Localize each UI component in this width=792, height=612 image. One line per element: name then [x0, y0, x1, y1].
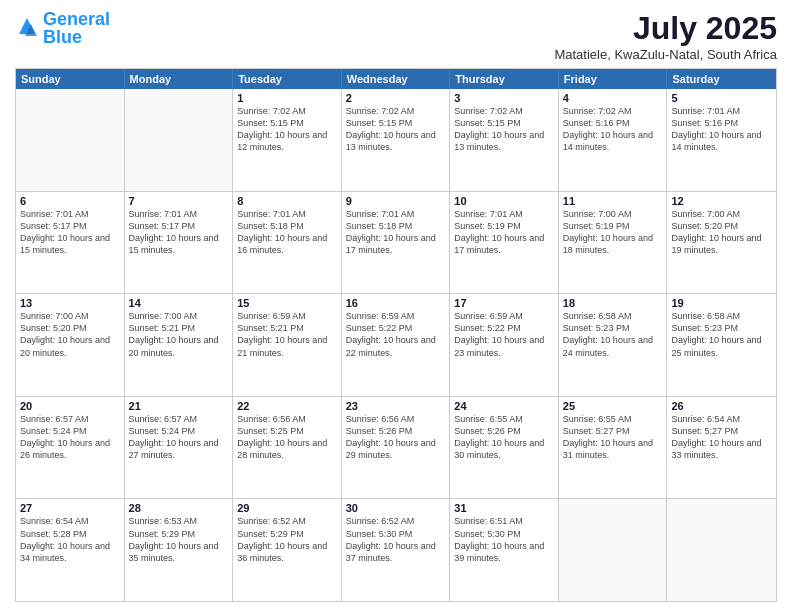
- logo: General Blue: [15, 10, 110, 46]
- day-number: 3: [454, 92, 554, 104]
- day-number: 19: [671, 297, 772, 309]
- header-cell-saturday: Saturday: [667, 69, 776, 89]
- day-detail: Sunrise: 7:00 AM Sunset: 5:20 PM Dayligh…: [671, 208, 772, 257]
- calendar-cell: 3Sunrise: 7:02 AM Sunset: 5:15 PM Daylig…: [450, 89, 559, 191]
- logo-text: General Blue: [43, 10, 110, 46]
- logo-icon: [15, 16, 39, 40]
- header: General Blue July 2025 Matatiele, KwaZul…: [15, 10, 777, 62]
- calendar-cell: 25Sunrise: 6:55 AM Sunset: 5:27 PM Dayli…: [559, 397, 668, 499]
- calendar-cell: 31Sunrise: 6:51 AM Sunset: 5:30 PM Dayli…: [450, 499, 559, 601]
- day-detail: Sunrise: 7:00 AM Sunset: 5:19 PM Dayligh…: [563, 208, 663, 257]
- calendar-cell: 29Sunrise: 6:52 AM Sunset: 5:29 PM Dayli…: [233, 499, 342, 601]
- calendar-cell: 19Sunrise: 6:58 AM Sunset: 5:23 PM Dayli…: [667, 294, 776, 396]
- day-detail: Sunrise: 6:56 AM Sunset: 5:26 PM Dayligh…: [346, 413, 446, 462]
- day-detail: Sunrise: 7:01 AM Sunset: 5:17 PM Dayligh…: [20, 208, 120, 257]
- day-number: 17: [454, 297, 554, 309]
- header-cell-sunday: Sunday: [16, 69, 125, 89]
- calendar-cell: [16, 89, 125, 191]
- day-detail: Sunrise: 6:59 AM Sunset: 5:21 PM Dayligh…: [237, 310, 337, 359]
- calendar-row: 1Sunrise: 7:02 AM Sunset: 5:15 PM Daylig…: [16, 89, 776, 192]
- calendar-cell: 15Sunrise: 6:59 AM Sunset: 5:21 PM Dayli…: [233, 294, 342, 396]
- day-number: 14: [129, 297, 229, 309]
- day-number: 13: [20, 297, 120, 309]
- calendar-cell: [559, 499, 668, 601]
- day-number: 9: [346, 195, 446, 207]
- day-number: 11: [563, 195, 663, 207]
- calendar-cell: 22Sunrise: 6:56 AM Sunset: 5:25 PM Dayli…: [233, 397, 342, 499]
- day-detail: Sunrise: 6:51 AM Sunset: 5:30 PM Dayligh…: [454, 515, 554, 564]
- calendar-header-row: SundayMondayTuesdayWednesdayThursdayFrid…: [16, 69, 776, 89]
- day-number: 7: [129, 195, 229, 207]
- header-cell-wednesday: Wednesday: [342, 69, 451, 89]
- calendar-cell: 1Sunrise: 7:02 AM Sunset: 5:15 PM Daylig…: [233, 89, 342, 191]
- day-detail: Sunrise: 7:01 AM Sunset: 5:18 PM Dayligh…: [346, 208, 446, 257]
- calendar-cell: 30Sunrise: 6:52 AM Sunset: 5:30 PM Dayli…: [342, 499, 451, 601]
- day-number: 23: [346, 400, 446, 412]
- calendar-cell: [667, 499, 776, 601]
- calendar: SundayMondayTuesdayWednesdayThursdayFrid…: [15, 68, 777, 602]
- day-detail: Sunrise: 6:52 AM Sunset: 5:29 PM Dayligh…: [237, 515, 337, 564]
- day-detail: Sunrise: 6:55 AM Sunset: 5:27 PM Dayligh…: [563, 413, 663, 462]
- day-detail: Sunrise: 7:00 AM Sunset: 5:21 PM Dayligh…: [129, 310, 229, 359]
- calendar-cell: 2Sunrise: 7:02 AM Sunset: 5:15 PM Daylig…: [342, 89, 451, 191]
- day-detail: Sunrise: 6:59 AM Sunset: 5:22 PM Dayligh…: [454, 310, 554, 359]
- day-detail: Sunrise: 6:57 AM Sunset: 5:24 PM Dayligh…: [129, 413, 229, 462]
- day-number: 22: [237, 400, 337, 412]
- day-number: 16: [346, 297, 446, 309]
- day-number: 24: [454, 400, 554, 412]
- day-detail: Sunrise: 6:56 AM Sunset: 5:25 PM Dayligh…: [237, 413, 337, 462]
- day-detail: Sunrise: 6:52 AM Sunset: 5:30 PM Dayligh…: [346, 515, 446, 564]
- calendar-row: 6Sunrise: 7:01 AM Sunset: 5:17 PM Daylig…: [16, 192, 776, 295]
- logo-general: General: [43, 9, 110, 29]
- calendar-cell: 26Sunrise: 6:54 AM Sunset: 5:27 PM Dayli…: [667, 397, 776, 499]
- day-detail: Sunrise: 7:01 AM Sunset: 5:18 PM Dayligh…: [237, 208, 337, 257]
- calendar-cell: 27Sunrise: 6:54 AM Sunset: 5:28 PM Dayli…: [16, 499, 125, 601]
- header-cell-friday: Friday: [559, 69, 668, 89]
- calendar-cell: 18Sunrise: 6:58 AM Sunset: 5:23 PM Dayli…: [559, 294, 668, 396]
- day-detail: Sunrise: 7:00 AM Sunset: 5:20 PM Dayligh…: [20, 310, 120, 359]
- day-number: 5: [671, 92, 772, 104]
- calendar-cell: 6Sunrise: 7:01 AM Sunset: 5:17 PM Daylig…: [16, 192, 125, 294]
- day-number: 2: [346, 92, 446, 104]
- day-detail: Sunrise: 7:01 AM Sunset: 5:16 PM Dayligh…: [671, 105, 772, 154]
- day-detail: Sunrise: 6:54 AM Sunset: 5:27 PM Dayligh…: [671, 413, 772, 462]
- calendar-cell: 14Sunrise: 7:00 AM Sunset: 5:21 PM Dayli…: [125, 294, 234, 396]
- header-cell-monday: Monday: [125, 69, 234, 89]
- calendar-body: 1Sunrise: 7:02 AM Sunset: 5:15 PM Daylig…: [16, 89, 776, 601]
- day-detail: Sunrise: 7:02 AM Sunset: 5:15 PM Dayligh…: [346, 105, 446, 154]
- day-number: 6: [20, 195, 120, 207]
- calendar-cell: 13Sunrise: 7:00 AM Sunset: 5:20 PM Dayli…: [16, 294, 125, 396]
- calendar-cell: 11Sunrise: 7:00 AM Sunset: 5:19 PM Dayli…: [559, 192, 668, 294]
- day-detail: Sunrise: 6:53 AM Sunset: 5:29 PM Dayligh…: [129, 515, 229, 564]
- day-number: 27: [20, 502, 120, 514]
- day-detail: Sunrise: 7:02 AM Sunset: 5:15 PM Dayligh…: [237, 105, 337, 154]
- calendar-cell: 20Sunrise: 6:57 AM Sunset: 5:24 PM Dayli…: [16, 397, 125, 499]
- calendar-cell: 17Sunrise: 6:59 AM Sunset: 5:22 PM Dayli…: [450, 294, 559, 396]
- calendar-cell: 8Sunrise: 7:01 AM Sunset: 5:18 PM Daylig…: [233, 192, 342, 294]
- calendar-cell: 10Sunrise: 7:01 AM Sunset: 5:19 PM Dayli…: [450, 192, 559, 294]
- calendar-subtitle: Matatiele, KwaZulu-Natal, South Africa: [554, 47, 777, 62]
- day-number: 31: [454, 502, 554, 514]
- day-number: 4: [563, 92, 663, 104]
- calendar-cell: 21Sunrise: 6:57 AM Sunset: 5:24 PM Dayli…: [125, 397, 234, 499]
- header-cell-thursday: Thursday: [450, 69, 559, 89]
- calendar-cell: 12Sunrise: 7:00 AM Sunset: 5:20 PM Dayli…: [667, 192, 776, 294]
- day-number: 25: [563, 400, 663, 412]
- day-detail: Sunrise: 6:57 AM Sunset: 5:24 PM Dayligh…: [20, 413, 120, 462]
- day-number: 29: [237, 502, 337, 514]
- day-number: 26: [671, 400, 772, 412]
- calendar-cell: 4Sunrise: 7:02 AM Sunset: 5:16 PM Daylig…: [559, 89, 668, 191]
- calendar-cell: 24Sunrise: 6:55 AM Sunset: 5:26 PM Dayli…: [450, 397, 559, 499]
- day-number: 18: [563, 297, 663, 309]
- day-number: 30: [346, 502, 446, 514]
- day-detail: Sunrise: 6:54 AM Sunset: 5:28 PM Dayligh…: [20, 515, 120, 564]
- calendar-row: 20Sunrise: 6:57 AM Sunset: 5:24 PM Dayli…: [16, 397, 776, 500]
- calendar-cell: 7Sunrise: 7:01 AM Sunset: 5:17 PM Daylig…: [125, 192, 234, 294]
- logo-blue: Blue: [43, 27, 82, 47]
- day-number: 15: [237, 297, 337, 309]
- day-number: 20: [20, 400, 120, 412]
- calendar-row: 13Sunrise: 7:00 AM Sunset: 5:20 PM Dayli…: [16, 294, 776, 397]
- day-detail: Sunrise: 7:02 AM Sunset: 5:16 PM Dayligh…: [563, 105, 663, 154]
- calendar-title: July 2025: [554, 10, 777, 47]
- day-number: 1: [237, 92, 337, 104]
